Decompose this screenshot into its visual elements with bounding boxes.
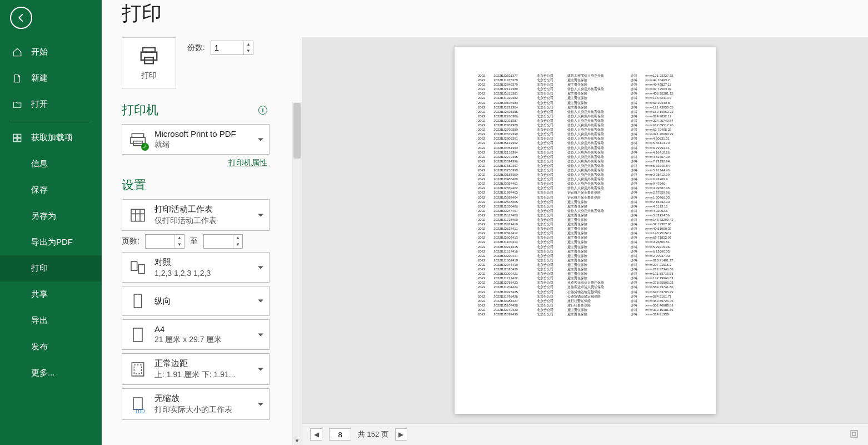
current-page-input[interactable] <box>329 428 351 441</box>
page-from-spinner[interactable]: ▲▼ <box>145 234 184 249</box>
printer-properties-link[interactable]: 打印机属性 <box>122 158 267 168</box>
margins-icon <box>128 359 148 379</box>
nav-print[interactable]: 打印 <box>0 255 102 281</box>
scroll-down-icon[interactable]: ▼ <box>292 436 302 445</box>
sheet-icon <box>128 205 148 225</box>
copies-input[interactable] <box>211 41 243 55</box>
page-title: 打印 <box>102 0 868 37</box>
addins-icon <box>12 133 22 143</box>
svg-rect-1 <box>18 134 21 137</box>
nav-label: 另存为 <box>31 211 56 221</box>
svg-rect-0 <box>13 134 17 137</box>
svg-rect-16 <box>134 365 141 374</box>
copies-spinner[interactable]: ▲▼ <box>211 41 253 55</box>
nav-info[interactable]: 信息 <box>0 151 102 177</box>
nav-label: 获取加载项 <box>31 132 73 143</box>
nav-publish[interactable]: 发布 <box>0 334 102 360</box>
svg-rect-3 <box>18 138 21 141</box>
nav-save[interactable]: 保存 <box>0 177 102 203</box>
scaling-selector[interactable]: 100 无缩放 打印实际大小的工作表 <box>122 388 270 420</box>
collate-icon <box>128 258 148 278</box>
printer-name: Microsoft Print to PDF <box>154 129 236 139</box>
printer-device-icon: ✓ <box>128 130 148 150</box>
paper-size-selector[interactable]: A4 21 厘米 x 29.7 厘米 <box>122 319 270 350</box>
nav-label: 共享 <box>31 289 48 300</box>
nav-label: 导出 <box>31 315 48 326</box>
nav-addins[interactable]: 获取加载项 <box>0 125 102 151</box>
nav-export[interactable]: 导出 <box>0 308 102 334</box>
copies-label: 份数: <box>187 43 205 53</box>
nav-export-pdf[interactable]: 导出为PDF <box>0 229 102 255</box>
svg-rect-12 <box>138 264 144 273</box>
nav-label: 信息 <box>31 159 48 169</box>
nav-open[interactable]: 打开 <box>0 91 102 117</box>
preview-data-table: 20222022BJ3831377北京分公司建筑工程团体人身意外伤亦将××××1… <box>477 73 694 317</box>
collate-selector[interactable]: 对照 1,2,3 1,2,3 1,2,3 <box>122 252 270 283</box>
svg-rect-13 <box>134 294 141 308</box>
svg-rect-2 <box>13 138 17 141</box>
print-what-selector[interactable]: 打印活动工作表 仅打印活动工作表 <box>122 199 270 231</box>
zoom-to-page-button[interactable] <box>849 429 860 440</box>
page-to-input[interactable] <box>204 235 233 248</box>
settings-column: 打印 份数: ▲▼ 打印机 i <box>102 37 302 445</box>
svg-text:100: 100 <box>135 408 145 413</box>
svg-rect-4 <box>143 48 155 52</box>
nav-label: 导出为PDF <box>31 237 73 248</box>
pages-label: 页数: <box>122 236 139 246</box>
printer-selector[interactable]: ✓ Microsoft Print to PDF 就绪 <box>122 124 270 155</box>
nav-share[interactable]: 共享 <box>0 281 102 308</box>
preview-nav-footer: ◀ 共 152 页 ▶ <box>302 423 868 445</box>
settings-scrollbar[interactable]: ▲ ▼ <box>292 102 302 445</box>
spinner-up[interactable]: ▲ <box>244 41 253 48</box>
back-arrow-icon <box>16 13 26 23</box>
nav-label: 更多... <box>31 368 55 378</box>
orientation-selector[interactable]: 纵向 <box>122 286 270 316</box>
pages-to-label: 至 <box>190 236 198 246</box>
page-icon <box>128 325 148 345</box>
print-button-label: 打印 <box>141 71 157 81</box>
nav-new[interactable]: 新建 <box>0 65 102 91</box>
preview-viewport[interactable]: 20222022BJ3831377北京分公司建筑工程团体人身意外伤亦将××××1… <box>302 37 868 423</box>
margins-selector[interactable]: 正常边距 上: 1.91 厘米 下: 1.91... <box>122 353 270 385</box>
portrait-icon <box>128 291 148 311</box>
scaling-icon: 100 <box>128 394 148 414</box>
nav-label: 新建 <box>31 73 48 83</box>
print-button[interactable]: 打印 <box>122 37 176 88</box>
nav-saveas[interactable]: 另存为 <box>0 203 102 229</box>
next-page-button[interactable]: ▶ <box>395 428 407 441</box>
spinner-down[interactable]: ▼ <box>244 48 253 55</box>
svg-rect-20 <box>852 432 856 436</box>
nav-label: 发布 <box>31 342 48 352</box>
svg-rect-19 <box>851 431 857 437</box>
svg-rect-8 <box>131 137 146 144</box>
preview-page: 20222022BJ3831377北京分公司建筑工程团体人身意外伤亦将××××1… <box>455 47 716 414</box>
prev-page-button[interactable]: ◀ <box>310 428 322 441</box>
status-check-icon: ✓ <box>141 143 149 151</box>
back-button[interactable] <box>10 7 32 29</box>
svg-rect-10 <box>131 209 144 221</box>
printer-heading: 打印机 i <box>122 102 270 118</box>
svg-rect-7 <box>132 134 143 137</box>
page-from-input[interactable] <box>146 235 174 248</box>
svg-rect-5 <box>141 52 157 60</box>
svg-rect-11 <box>131 261 137 270</box>
svg-rect-14 <box>133 328 142 342</box>
page-total-label: 共 152 页 <box>358 429 388 439</box>
nav-label: 打印 <box>31 263 48 274</box>
nav-more[interactable]: 更多... <box>0 360 102 386</box>
info-icon[interactable]: i <box>258 106 267 115</box>
settings-heading: 设置 <box>122 177 270 194</box>
file-icon <box>12 73 22 83</box>
printer-icon <box>138 45 159 66</box>
page-to-spinner[interactable]: ▲▼ <box>203 234 243 249</box>
folder-icon <box>12 100 22 110</box>
nav-label: 开始 <box>31 47 48 57</box>
nav-divider <box>10 121 92 121</box>
print-preview: 20222022BJ3831377北京分公司建筑工程团体人身意外伤亦将××××1… <box>302 37 868 445</box>
printer-status: 就绪 <box>154 140 236 150</box>
home-icon <box>12 47 22 57</box>
nav-home[interactable]: 开始 <box>0 39 102 65</box>
backstage-sidebar: 开始 新建 打开 获取加载项 信息 保存 另存为 导出为PDF 打印 共享 导出… <box>0 0 102 445</box>
nav-label: 保存 <box>31 185 48 195</box>
scroll-thumb[interactable] <box>293 103 301 159</box>
